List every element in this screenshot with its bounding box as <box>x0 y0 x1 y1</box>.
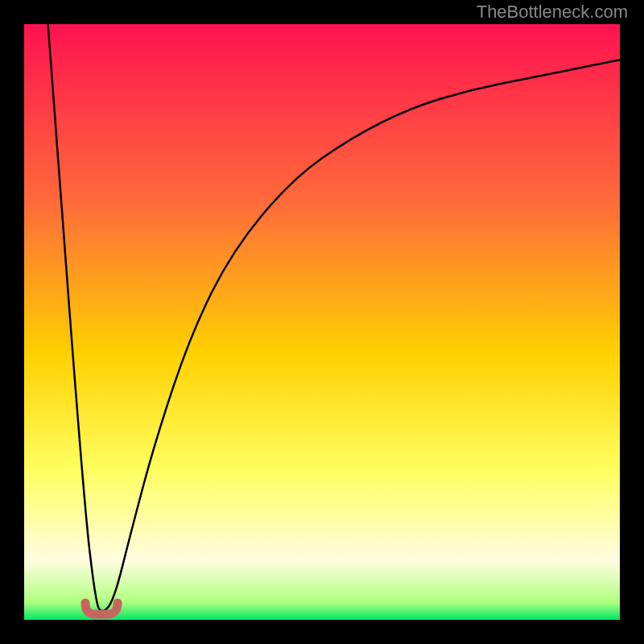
watermark-text: TheBottleneck.com <box>477 2 628 23</box>
minimum-marker-icon <box>77 597 126 620</box>
chart-plot-area <box>24 24 620 620</box>
bottleneck-curve <box>24 24 620 620</box>
